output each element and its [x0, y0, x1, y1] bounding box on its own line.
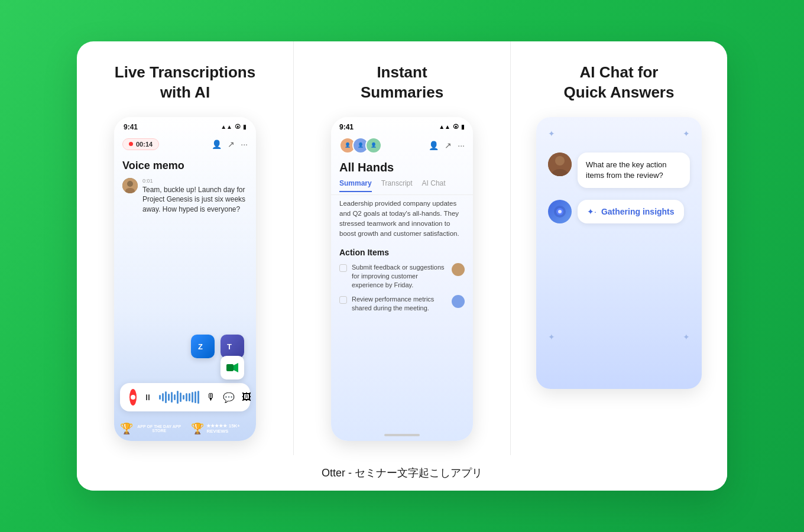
more-icon[interactable]: ··· [241, 140, 248, 149]
caption-text: Otter - セミナー文字起こしアプリ [322, 467, 482, 479]
panel3-title: AI Chat for Quick Answers [564, 63, 675, 103]
phone-mockup-2: 9:41 ▲▲ ⦿ ▮ 👤 👤 👤 👤 ↗ [331, 117, 473, 441]
recording-badge: 00:14 [122, 138, 159, 150]
image-icon[interactable]: 🖼 [242, 392, 251, 403]
signal-icon: ▲▲ [221, 124, 232, 130]
status-time-1: 9:41 [124, 123, 138, 131]
tab-summary[interactable]: Summary [339, 179, 372, 192]
svg-text:Z: Z [198, 342, 203, 351]
action-avatar-1 [452, 263, 465, 276]
award1-label: APP OF THE DAY APP STORE [137, 424, 181, 433]
floating-icons: Z T [114, 335, 256, 358]
gathering-bubble: ✦· Gathering insights [578, 200, 684, 223]
svg-rect-7 [226, 364, 234, 371]
action-items-label: Action Items [339, 248, 465, 257]
svg-point-9 [131, 395, 135, 400]
action-item-2: Review performance metrics shared during… [331, 293, 473, 316]
meeting-title: All Hands [331, 156, 473, 177]
ai-avatar [548, 200, 572, 223]
transcript-content: 0:01 Team, buckle up! Launch day for Pro… [142, 178, 248, 215]
award-stars: 🏆 ★★★★★ 15K+ REVIEWS [191, 422, 250, 435]
transcript-time: 0:01 [142, 178, 248, 184]
status-bar-2: 9:41 ▲▲ ⦿ ▮ [331, 117, 473, 135]
action-avatar-2 [452, 295, 465, 308]
record-button[interactable] [129, 389, 137, 406]
status-bar-1: 9:41 ▲▲ ⦿ ▮ [114, 117, 256, 135]
svg-point-11 [555, 156, 565, 166]
tabs-row: Summary Transcript AI Chat [331, 177, 473, 195]
panel2-title: Instant Summaries [361, 63, 443, 103]
phone-content-1: Voice memo 0:01 Team, buckle up! Launch … [114, 154, 256, 225]
person-add-icon-2[interactable]: 👤 [429, 141, 439, 150]
zoom-icon[interactable]: Z [191, 335, 215, 358]
action-item-1: Submit feedback or suggestions for impro… [331, 261, 473, 293]
toolbar-icons: 👤 ↗ ··· [212, 140, 248, 149]
home-indicator [384, 434, 420, 436]
waveform [159, 391, 199, 404]
wifi-icon-2: ⦿ [453, 124, 459, 130]
recording-time: 00:14 [136, 141, 153, 148]
avatar-group: 👤 👤 👤 [339, 137, 382, 154]
rec-dot [129, 142, 133, 146]
battery-icon: ▮ [243, 124, 247, 130]
checkbox-1[interactable] [339, 264, 347, 272]
signal-icon-2: ▲▲ [439, 124, 450, 130]
status-icons-1: ▲▲ ⦿ ▮ [221, 124, 247, 130]
phone-mockup-1: 9:41 ▲▲ ⦿ ▮ 00:14 👤 ↗ [114, 117, 256, 441]
panel-live-transcriptions: Live Transcriptions with AI 9:41 ▲▲ ⦿ ▮ … [77, 41, 294, 455]
action-text-1: Submit feedback or suggestions for impro… [352, 263, 447, 290]
tab-ai-chat[interactable]: AI Chat [422, 179, 446, 192]
user-question: What are the key action items from the r… [578, 153, 690, 188]
award-app-of-day: 🏆 APP OF THE DAY APP STORE [120, 422, 181, 435]
voice-memo-label: Voice memo [122, 160, 248, 172]
avatar-3: 👤 [365, 137, 382, 154]
toolbar-icons-2: 👤 ↗ ··· [429, 141, 465, 150]
share-icon-2[interactable]: ↗ [445, 141, 452, 150]
action-text-2: Review performance metrics shared during… [352, 295, 447, 313]
teams-icon[interactable]: T [221, 335, 244, 358]
status-icons-2: ▲▲ ⦿ ▮ [439, 124, 465, 130]
more-icon-2[interactable]: ··· [458, 141, 465, 150]
recording-bar: ⏸ [120, 383, 250, 411]
speaker-avatar [122, 178, 138, 193]
status-time-2: 9:41 [339, 123, 354, 131]
panel-instant-summaries: Instant Summaries 9:41 ▲▲ ⦿ ▮ 👤 👤 👤 [294, 41, 511, 455]
sparkle-1: ✦ [548, 129, 555, 138]
sparkle-2: ✦ [683, 129, 690, 138]
mic-icon[interactable]: 🎙 [206, 392, 216, 403]
user-avatar [548, 153, 572, 176]
transcript-row: 0:01 Team, buckle up! Launch day for Pro… [122, 178, 248, 215]
user-chat-row: What are the key action items from the r… [548, 153, 690, 188]
ai-chat-row: ✦· Gathering insights [548, 200, 690, 223]
phone-toolbar-1: 00:14 👤 ↗ ··· [114, 135, 256, 154]
panel1-title: Live Transcriptions with AI [115, 63, 255, 103]
svg-point-16 [558, 210, 562, 213]
wifi-icon: ⦿ [235, 124, 241, 130]
sparkle-4: ✦ [683, 332, 690, 342]
google-meet-icon[interactable] [221, 356, 244, 379]
person-add-icon[interactable]: 👤 [212, 140, 222, 149]
panel-ai-chat: AI Chat for Quick Answers ✦ ✦ ✦ ✦ [511, 41, 727, 455]
ai-chat-mockup: ✦ ✦ ✦ ✦ What are the key action items fr… [536, 117, 702, 389]
award2-label: ★★★★★ 15K+ REVIEWS [206, 423, 250, 434]
share-icon[interactable]: ↗ [228, 140, 235, 149]
sparkle-3: ✦ [548, 332, 555, 342]
awards-bar: 🏆 APP OF THE DAY APP STORE 🏆 ★★★★★ 15K+ … [114, 416, 256, 441]
phone-bottom-area: Z T [114, 335, 256, 441]
transcript-text: Team, buckle up! Launch day for Project … [142, 185, 248, 215]
meeting-header: 👤 👤 👤 👤 ↗ ··· [331, 135, 473, 156]
panels-container: Live Transcriptions with AI 9:41 ▲▲ ⦿ ▮ … [77, 41, 727, 455]
battery-icon-2: ▮ [461, 124, 465, 130]
bottom-caption: Otter - セミナー文字起こしアプリ [77, 455, 727, 491]
summary-text: Leadership provided company updates and … [331, 195, 473, 243]
svg-point-1 [127, 181, 133, 187]
gathering-text: Gathering insights [601, 207, 675, 216]
pause-button[interactable]: ⏸ [144, 392, 152, 402]
gathering-sparkle-icon: ✦· [587, 207, 596, 216]
checkbox-2[interactable] [339, 296, 347, 304]
chat-icon[interactable]: 💬 [223, 392, 235, 403]
svg-text:T: T [227, 342, 232, 351]
meet-icon-row [114, 362, 256, 379]
tab-transcript[interactable]: Transcript [381, 179, 413, 192]
main-card: Live Transcriptions with AI 9:41 ▲▲ ⦿ ▮ … [77, 41, 727, 491]
